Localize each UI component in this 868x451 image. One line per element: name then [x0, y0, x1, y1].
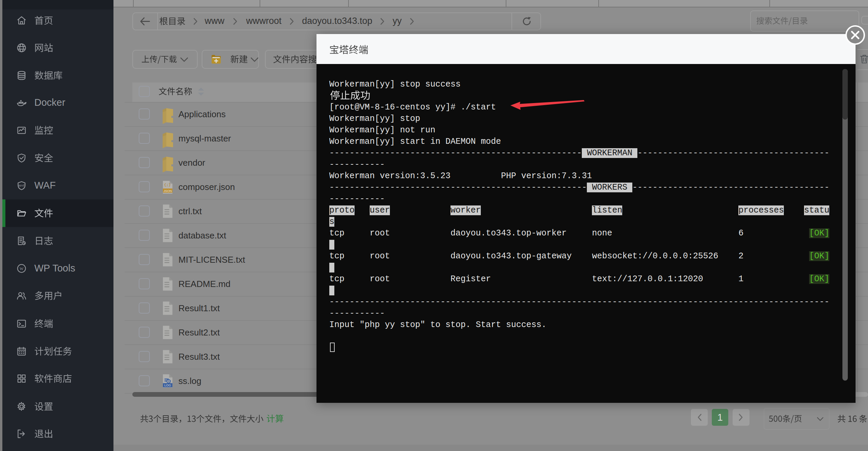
svg-text:{;}: {;}: [164, 183, 171, 187]
svg-text:JSON: JSON: [163, 189, 172, 193]
svg-text:WAF: WAF: [19, 184, 25, 187]
svg-text:LOG: LOG: [164, 383, 171, 387]
svg-text:W: W: [20, 266, 24, 271]
